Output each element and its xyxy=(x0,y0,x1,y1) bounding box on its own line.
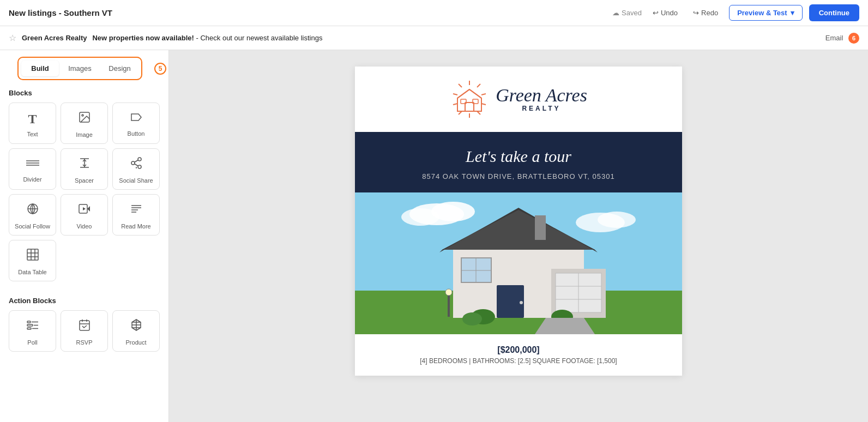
svg-rect-83 xyxy=(448,293,450,317)
svg-point-81 xyxy=(462,312,482,325)
undo-icon: ↩ xyxy=(653,9,659,17)
property-image xyxy=(355,192,682,334)
svg-line-44 xyxy=(477,84,480,87)
block-read-more[interactable]: Read More xyxy=(112,194,160,236)
email-label: Email xyxy=(825,34,843,42)
email-logo-header: Green Acres REALTY xyxy=(355,67,682,132)
hero-title: Let's take a tour xyxy=(366,147,671,166)
svg-line-12 xyxy=(134,160,138,162)
email-nav: Email 6 xyxy=(825,33,859,44)
redo-button[interactable]: ↪ Redo xyxy=(689,7,722,19)
blocks-section-title: Blocks xyxy=(0,89,168,103)
logo-sub: REALTY xyxy=(496,105,587,112)
house-illustration xyxy=(355,192,682,334)
subject-rest: - Check out our newest available listing… xyxy=(196,34,323,42)
block-rsvp[interactable]: RSVP xyxy=(61,310,108,352)
social-share-icon xyxy=(130,156,143,173)
property-price: [$200,000] xyxy=(366,345,671,355)
data-table-icon xyxy=(26,248,39,264)
blocks-grid: T Text Image Button xyxy=(0,103,168,290)
property-details-text: [4] BEDROOMS | BATHROOMS: [2.5] SQUARE F… xyxy=(366,357,671,365)
button-icon xyxy=(130,112,143,126)
tab-design[interactable]: Design xyxy=(101,61,138,76)
svg-rect-30 xyxy=(27,324,33,326)
property-details: [$200,000] [4] BEDROOMS | BATHROOMS: [2.… xyxy=(355,334,682,376)
rsvp-icon xyxy=(78,318,91,335)
block-social-share[interactable]: Social Share xyxy=(112,148,160,190)
action-blocks-grid: Poll RSVP xyxy=(0,310,168,360)
image-icon xyxy=(78,111,91,127)
logo-text: Green Acres REALTY xyxy=(496,86,587,112)
logo-main: Green Acres xyxy=(496,86,587,105)
undo-button[interactable]: ↩ Undo xyxy=(648,7,682,19)
spacer-icon xyxy=(78,156,91,173)
svg-rect-24 xyxy=(27,249,38,260)
block-poll[interactable]: Poll xyxy=(9,310,56,352)
block-button[interactable]: Button xyxy=(112,103,160,144)
redo-icon: ↪ xyxy=(693,9,699,17)
sidebar: Build Images Design 5 Blocks T Text Imag… xyxy=(0,50,169,422)
svg-point-84 xyxy=(445,289,452,296)
block-social-follow[interactable]: Social Follow xyxy=(9,194,56,236)
logo-area: Green Acres REALTY xyxy=(450,80,587,119)
block-divider-label: Divider xyxy=(23,176,41,183)
email-badge: 6 xyxy=(848,33,859,44)
svg-point-9 xyxy=(131,161,135,165)
svg-line-45 xyxy=(481,94,486,95)
block-divider[interactable]: Divider xyxy=(9,148,56,190)
poll-icon xyxy=(26,318,39,335)
block-data-table[interactable]: Data Table xyxy=(9,240,56,281)
divider-icon xyxy=(25,158,40,172)
tab-build[interactable]: Build xyxy=(21,61,59,76)
product-icon xyxy=(130,318,143,335)
svg-rect-75 xyxy=(497,285,524,318)
hero-address: 8574 OAK TOWN DRIVE, BRATTLEBORO VT, 053… xyxy=(366,172,671,180)
tab-images[interactable]: Images xyxy=(61,61,99,76)
block-poll-label: Poll xyxy=(27,339,37,346)
block-image-label: Image xyxy=(76,131,93,138)
sender-name: Green Acres Realty xyxy=(22,34,87,42)
star-icon[interactable]: ☆ xyxy=(9,33,16,43)
svg-line-55 xyxy=(469,89,481,98)
svg-point-10 xyxy=(138,165,141,168)
saved-indicator: ☁ Saved xyxy=(612,9,642,17)
hero-banner: Let's take a tour 8574 OAK TOWN DRIVE, B… xyxy=(355,132,682,192)
main-layout: Build Images Design 5 Blocks T Text Imag… xyxy=(0,50,868,422)
svg-marker-19 xyxy=(83,207,86,210)
svg-line-11 xyxy=(134,164,138,166)
topbar-actions: ☁ Saved ↩ Undo ↪ Redo Preview & Test ▾ C… xyxy=(612,4,859,21)
block-spacer[interactable]: Spacer xyxy=(61,148,108,190)
block-product-label: Product xyxy=(126,339,147,346)
block-product[interactable]: Product xyxy=(112,310,160,352)
block-video[interactable]: Video xyxy=(61,194,108,236)
block-button-label: Button xyxy=(128,130,145,137)
block-spacer-label: Spacer xyxy=(75,177,94,184)
svg-rect-31 xyxy=(27,328,31,329)
block-video-label: Video xyxy=(77,223,92,230)
block-text[interactable]: T Text xyxy=(9,103,56,144)
subject-line: New properties now available! - Check ou… xyxy=(92,34,322,42)
video-icon xyxy=(78,202,91,219)
chevron-down-icon: ▾ xyxy=(791,9,794,17)
svg-rect-69 xyxy=(535,215,546,240)
svg-point-76 xyxy=(520,301,523,304)
svg-point-1 xyxy=(82,114,83,116)
subject-bold: New properties now available! xyxy=(92,34,194,42)
social-follow-icon xyxy=(26,202,39,219)
read-more-icon xyxy=(130,202,143,219)
block-social-share-label: Social Share xyxy=(119,177,153,184)
page-title: New listings - Southern VT xyxy=(9,8,112,17)
cloud-icon: ☁ xyxy=(612,9,619,17)
block-social-follow-label: Social Follow xyxy=(15,223,50,230)
topbar: New listings - Southern VT ☁ Saved ↩ Und… xyxy=(0,0,868,26)
preview-test-button[interactable]: Preview & Test ▾ xyxy=(729,5,803,21)
svg-line-54 xyxy=(457,89,469,98)
block-image[interactable]: Image xyxy=(61,103,108,144)
block-data-table-label: Data Table xyxy=(18,269,46,275)
svg-rect-56 xyxy=(465,103,474,111)
svg-line-50 xyxy=(453,104,457,105)
logo-icon xyxy=(450,80,489,119)
continue-button[interactable]: Continue xyxy=(809,4,859,21)
text-icon: T xyxy=(28,112,37,126)
build-tabs: Build Images Design xyxy=(17,57,142,80)
